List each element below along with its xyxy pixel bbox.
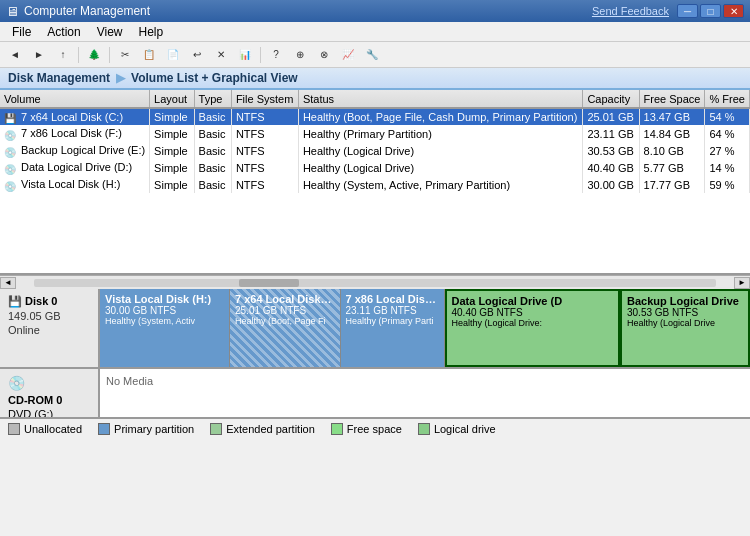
menu-file[interactable]: File	[4, 24, 39, 40]
menu-help[interactable]: Help	[131, 24, 172, 40]
volume-name: 7 x64 Local Disk (C:)	[21, 111, 123, 123]
cell-volume: 💾7 x64 Local Disk (C:)	[0, 108, 150, 125]
col-volume[interactable]: Volume	[0, 90, 150, 108]
scroll-track[interactable]	[34, 279, 716, 287]
col-type[interactable]: Type	[194, 90, 231, 108]
cell-capacity: 30.00 GB	[583, 176, 639, 193]
cell-freespace: 14.84 GB	[639, 125, 705, 142]
cdrom-name: CD-ROM 0	[8, 394, 90, 406]
table-row[interactable]: 💿7 x86 Local Disk (F:)SimpleBasicNTFSHea…	[0, 125, 750, 142]
cell-capacity: 25.01 GB	[583, 108, 639, 125]
toolbar: ◄ ► ↑ 🌲 ✂ 📋 📄 ↩ ✕ 📊 ? ⊕ ⊗ 📈 🔧	[0, 42, 750, 68]
cell-filesystem: NTFS	[231, 159, 298, 176]
drive-icon: 💿	[4, 147, 18, 157]
toolbar-delete[interactable]: ✕	[210, 45, 232, 65]
partition-vista[interactable]: Vista Local Disk (H:)30.00 GB NTFSHealth…	[100, 289, 230, 367]
toolbar-help[interactable]: ?	[265, 45, 287, 65]
cell-status: Healthy (Logical Drive)	[298, 142, 582, 159]
cell-type: Basic	[194, 125, 231, 142]
toolbar-extra4[interactable]: 🔧	[361, 45, 383, 65]
partition-name-e_drive: Backup Logical Drive	[627, 295, 743, 307]
cell-volume: 💿Backup Logical Drive (E:)	[0, 142, 150, 159]
partition-f_drive[interactable]: 7 x86 Local Disk (F:)23.11 GB NTFSHealth…	[341, 289, 445, 367]
toolbar-up[interactable]: ↑	[52, 45, 74, 65]
toolbar-extra2[interactable]: ⊗	[313, 45, 335, 65]
cell-filesystem: NTFS	[231, 125, 298, 142]
send-feedback-link[interactable]: Send Feedback	[592, 5, 669, 17]
minimize-button[interactable]: ─	[677, 4, 698, 18]
cell-status: Healthy (Logical Drive)	[298, 159, 582, 176]
disk-row-0: 💾 Disk 0 149.05 GB Online Vista Local Di…	[0, 289, 750, 369]
scroll-right-arrow[interactable]: ►	[734, 277, 750, 289]
menu-action[interactable]: Action	[39, 24, 88, 40]
cell-freespace: 13.47 GB	[639, 108, 705, 125]
app-title: Computer Management	[24, 4, 592, 18]
legend-extended-label: Extended partition	[226, 423, 315, 435]
toolbar-sep1	[78, 47, 79, 63]
partition-size-e_drive: 30.53 GB NTFS	[627, 307, 743, 318]
partition-status-d_drive: Healthy (Logical Drive:	[452, 318, 614, 328]
partition-c_drive[interactable]: 7 x64 Local Disk (C:)25.01 GB NTFSHealth…	[230, 289, 341, 367]
toolbar-properties[interactable]: 📊	[234, 45, 256, 65]
cell-percentfree: 64 %	[705, 125, 750, 142]
cell-layout: Simple	[150, 108, 195, 125]
legend-primary-box	[98, 423, 110, 435]
scroll-thumb[interactable]	[239, 279, 299, 287]
cell-type: Basic	[194, 108, 231, 125]
toolbar-copy[interactable]: 📋	[138, 45, 160, 65]
table-row[interactable]: 💿Data Logical Drive (D:)SimpleBasicNTFSH…	[0, 159, 750, 176]
toolbar-paste[interactable]: 📄	[162, 45, 184, 65]
partition-size-c_drive: 25.01 GB NTFS	[235, 305, 335, 316]
cell-status: Healthy (Primary Partition)	[298, 125, 582, 142]
horizontal-scrollbar[interactable]: ◄ ►	[0, 275, 750, 289]
cell-percentfree: 27 %	[705, 142, 750, 159]
legend-free-box	[331, 423, 343, 435]
col-percentfree[interactable]: % Free	[705, 90, 750, 108]
close-button[interactable]: ✕	[723, 4, 744, 18]
toolbar-extra3[interactable]: 📈	[337, 45, 359, 65]
table-row[interactable]: 💾7 x64 Local Disk (C:)SimpleBasicNTFSHea…	[0, 108, 750, 125]
legend-logical-label: Logical drive	[434, 423, 496, 435]
cell-status: Healthy (System, Active, Primary Partiti…	[298, 176, 582, 193]
legend-unallocated-box	[8, 423, 20, 435]
drive-icon: 💿	[4, 164, 18, 174]
legend-primary-label: Primary partition	[114, 423, 194, 435]
col-freespace[interactable]: Free Space	[639, 90, 705, 108]
menu-view[interactable]: View	[89, 24, 131, 40]
col-filesystem[interactable]: File System	[231, 90, 298, 108]
toolbar-extra1[interactable]: ⊕	[289, 45, 311, 65]
toolbar-undo[interactable]: ↩	[186, 45, 208, 65]
toolbar-cut[interactable]: ✂	[114, 45, 136, 65]
table-row[interactable]: 💿Backup Logical Drive (E:)SimpleBasicNTF…	[0, 142, 750, 159]
scroll-left-arrow[interactable]: ◄	[0, 277, 16, 289]
section-title: Disk Management	[8, 71, 110, 85]
volume-table-area: Volume Layout Type File System Status Ca…	[0, 90, 750, 275]
col-layout[interactable]: Layout	[150, 90, 195, 108]
partition-d_drive[interactable]: Data Logical Drive (D40.40 GB NTFSHealth…	[445, 289, 621, 367]
section-subtitle: Volume List + Graphical View	[131, 71, 298, 85]
toolbar-show-hide-tree[interactable]: 🌲	[83, 45, 105, 65]
toolbar-back[interactable]: ◄	[4, 45, 26, 65]
table-row[interactable]: 💿Vista Local Disk (H:)SimpleBasicNTFSHea…	[0, 176, 750, 193]
col-capacity[interactable]: Capacity	[583, 90, 639, 108]
col-status[interactable]: Status	[298, 90, 582, 108]
cell-layout: Simple	[150, 159, 195, 176]
cell-status: Healthy (Boot, Page File, Cash Dump, Pri…	[298, 108, 582, 125]
cell-percentfree: 59 %	[705, 176, 750, 193]
partition-e_drive[interactable]: Backup Logical Drive30.53 GB NTFSHealthy…	[620, 289, 750, 367]
cell-type: Basic	[194, 142, 231, 159]
cell-layout: Simple	[150, 176, 195, 193]
legend-logical: Logical drive	[418, 423, 496, 435]
cell-capacity: 23.11 GB	[583, 125, 639, 142]
cell-capacity: 30.53 GB	[583, 142, 639, 159]
legend-extended: Extended partition	[210, 423, 315, 435]
cell-type: Basic	[194, 176, 231, 193]
toolbar-sep2	[109, 47, 110, 63]
cdrom-icon: 💿	[8, 375, 25, 391]
restore-button[interactable]: □	[700, 4, 721, 18]
cell-percentfree: 14 %	[705, 159, 750, 176]
disk-0-label: 💾 Disk 0 149.05 GB Online	[0, 289, 100, 367]
drive-icon: 💿	[4, 181, 18, 191]
toolbar-forward[interactable]: ►	[28, 45, 50, 65]
legend-unallocated: Unallocated	[8, 423, 82, 435]
